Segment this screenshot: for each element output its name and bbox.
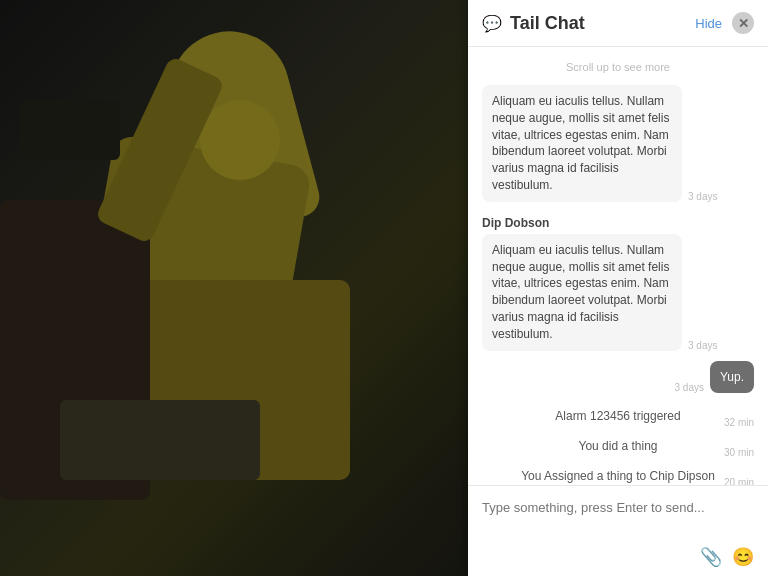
system-message-row: Alarm 123456 triggered 32 min: [468, 401, 768, 431]
emoji-icon[interactable]: 😊: [732, 546, 754, 568]
system-message-row: You Assigned a thing to Chip Dipson 20 m…: [468, 461, 768, 485]
chat-toolbar: 📎 😊: [468, 540, 768, 576]
system-timestamp: 20 min: [724, 477, 754, 485]
message-timestamp: 3 days: [675, 382, 704, 393]
chat-title: Tail Chat: [510, 13, 695, 34]
message-timestamp: 3 days: [688, 191, 717, 202]
system-timestamp: 32 min: [724, 417, 754, 428]
message-block: Aliquam eu iaculis tellus. Nullam neque …: [468, 83, 768, 206]
system-message: Alarm 123456 triggered: [541, 404, 694, 428]
system-message: You Assigned a thing to Chip Dipson: [507, 464, 729, 485]
chat-panel: 💬 Tail Chat Hide ✕ Scroll up to see more…: [468, 0, 768, 576]
message-row: Aliquam eu iaculis tellus. Nullam neque …: [482, 85, 754, 202]
chat-input[interactable]: [468, 486, 768, 536]
message-row: Aliquam eu iaculis tellus. Nullam neque …: [482, 234, 754, 351]
close-icon: ✕: [738, 16, 749, 31]
message-block: Aliquam eu iaculis tellus. Nullam neque …: [468, 232, 768, 355]
hide-button[interactable]: Hide: [695, 16, 722, 31]
system-message: You did a thing: [565, 434, 672, 458]
close-button[interactable]: ✕: [732, 12, 754, 34]
sent-message-bubble: Yup.: [710, 361, 754, 394]
system-timestamp: 30 min: [724, 447, 754, 458]
system-message-row: You did a thing 30 min: [468, 431, 768, 461]
message-row-sent: 3 days Yup.: [482, 361, 754, 394]
message-bubble: Aliquam eu iaculis tellus. Nullam neque …: [482, 234, 682, 351]
chat-input-area: 📎 😊: [468, 485, 768, 576]
chat-bubble-icon: 💬: [482, 14, 502, 33]
message-block: 3 days Yup.: [468, 359, 768, 398]
sender-name: Dip Dobson: [468, 210, 768, 232]
attachment-icon[interactable]: 📎: [700, 546, 722, 568]
message-timestamp: 3 days: [688, 340, 717, 351]
chat-header: 💬 Tail Chat Hide ✕: [468, 0, 768, 47]
message-bubble: Aliquam eu iaculis tellus. Nullam neque …: [482, 85, 682, 202]
scroll-hint: Scroll up to see more: [468, 55, 768, 83]
chat-messages[interactable]: Scroll up to see more Aliquam eu iaculis…: [468, 47, 768, 485]
